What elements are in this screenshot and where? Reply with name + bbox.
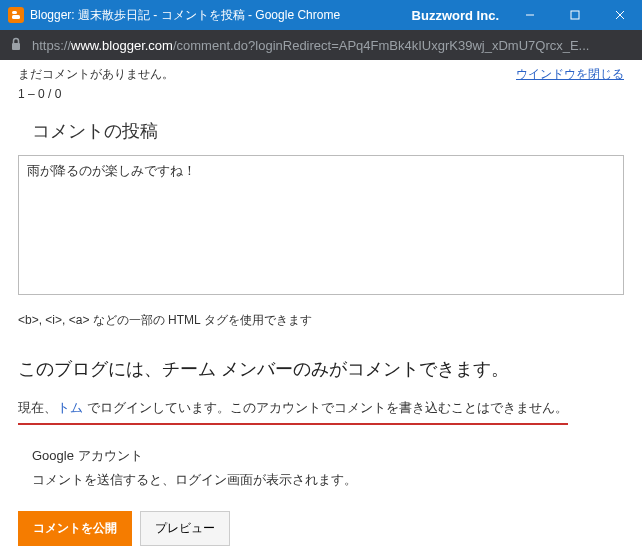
restriction-message: このブログには、チーム メンバーのみがコメントできます。 xyxy=(18,357,624,381)
window-titlebar: Blogger: 週末散歩日記 - コメントを投稿 - Google Chrom… xyxy=(0,0,642,30)
company-label: Buzzword Inc. xyxy=(412,8,499,23)
minimize-button[interactable] xyxy=(507,0,552,30)
page-content: まだコメントがありません。 ウインドウを閉じる 1 – 0 / 0 コメントの投… xyxy=(0,60,642,560)
comment-counter: 1 – 0 / 0 xyxy=(18,87,624,101)
address-bar[interactable]: https://www.blogger.com/comment.do?login… xyxy=(0,30,642,60)
account-note: コメントを送信すると、ログイン画面が表示されます。 xyxy=(32,471,624,489)
blogger-favicon xyxy=(8,7,24,23)
no-comments-text: まだコメントがありません。 xyxy=(18,66,174,83)
account-block: Google アカウント コメントを送信すると、ログイン画面が表示されます。 xyxy=(32,447,624,489)
user-link[interactable]: トム xyxy=(57,400,83,415)
svg-rect-3 xyxy=(571,11,579,19)
publish-button[interactable]: コメントを公開 xyxy=(18,511,132,546)
svg-rect-6 xyxy=(12,43,20,50)
close-button[interactable] xyxy=(597,0,642,30)
login-status-line: 現在、トム でログインしています。このアカウントでコメントを書き込むことはできま… xyxy=(18,399,568,425)
svg-rect-0 xyxy=(12,11,17,14)
svg-rect-1 xyxy=(12,15,20,19)
comment-textarea[interactable] xyxy=(18,155,624,295)
lock-icon xyxy=(10,37,22,54)
post-comment-heading: コメントの投稿 xyxy=(32,119,624,143)
window-title: Blogger: 週末散歩日記 - コメントを投稿 - Google Chrom… xyxy=(30,7,412,24)
maximize-button[interactable] xyxy=(552,0,597,30)
html-tags-hint: <b>, <i>, <a> などの一部の HTML タグを使用できます xyxy=(18,312,624,329)
google-account-label: Google アカウント xyxy=(32,447,624,465)
preview-button[interactable]: プレビュー xyxy=(140,511,230,546)
close-window-link[interactable]: ウインドウを閉じる xyxy=(516,66,624,83)
url-text: https://www.blogger.com/comment.do?login… xyxy=(32,38,589,53)
